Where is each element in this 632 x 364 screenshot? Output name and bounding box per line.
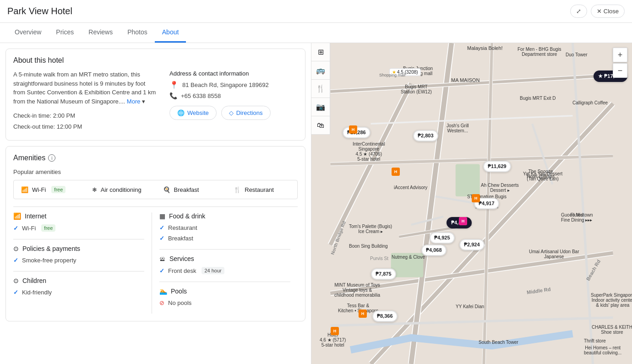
amenity-restaurant: 🍴 Restaurant — [226, 180, 297, 199]
price-marker-4925[interactable]: ₱4,925 — [430, 232, 455, 244]
place-malaysia-boleh: Malaysia Boleh! — [467, 45, 503, 51]
services-section-title: 🛎 Services — [159, 255, 290, 262]
close-button[interactable]: ✕ Close — [591, 5, 625, 18]
amenity-wifi: 📶 Wi-Fi free — [14, 180, 85, 199]
left-panel: About this hotel A 5-minute walk from an… — [0, 43, 311, 364]
map-sidebar: ⊞ 🚌 🍴 📷 🛍 — [311, 43, 330, 135]
popular-amenities-label: Popular amenities — [13, 168, 298, 175]
price-marker-2924[interactable]: ₱2,924 — [459, 239, 485, 250]
contact-phone: +65 6338 8558 — [181, 92, 221, 99]
checkout-value: 12:00 PM — [57, 123, 82, 130]
about-title: About this hotel — [13, 56, 298, 65]
tab-reviews[interactable]: Reviews — [81, 23, 120, 43]
place-iaccent: iAccent Advisory — [394, 185, 427, 190]
check-icon-2: ✓ — [13, 257, 18, 264]
directions-button[interactable]: ◇ Directions — [221, 106, 271, 120]
map-food-icon[interactable]: 🍴 — [311, 80, 330, 98]
svg-rect-1 — [456, 164, 480, 197]
bugis-junction-type: Shopping mall — [379, 73, 405, 77]
hotel-icon-4: H — [331, 327, 339, 335]
hotel-title: Park View Hotel — [7, 6, 72, 16]
tab-overview[interactable]: Overview — [7, 23, 49, 43]
map-camera-icon[interactable]: 📷 — [311, 98, 330, 116]
front-desk-item: ✓ Front desk 24 hour — [159, 267, 290, 274]
checkin-label: Check-in time: — [13, 112, 51, 119]
check-icon-3: ✓ — [13, 289, 18, 296]
price-marker-11629[interactable]: ₱11,629 — [483, 161, 511, 172]
zoom-out-button[interactable]: − — [613, 63, 627, 78]
no-pool-icon: ⊘ — [159, 299, 164, 306]
price-marker-2803[interactable]: ₱2,803 — [413, 130, 438, 141]
policies-section-title: ⊙ Policies & payments — [13, 245, 144, 252]
kid-friendly-item: ✓ Kid-friendly — [13, 289, 144, 296]
contact-address: 81 Beach Rd, Singapore 189692 — [182, 81, 269, 88]
place-tess-bar: Tess Bar &Kitchen • Singapore — [338, 303, 378, 313]
location-icon: 📍 — [169, 81, 179, 89]
amenity-ac: ❄ Air conditioning — [85, 180, 156, 199]
tab-about[interactable]: About — [155, 23, 186, 43]
price-marker-4068[interactable]: ₱4,068 — [421, 244, 447, 256]
map-container[interactable]: ⊞ 🚌 🍴 📷 🛍 Malaysia Boleh! For Men - BHG … — [311, 43, 632, 364]
place-guoco: Guoco Midtown — [561, 212, 593, 217]
place-for-men: For Men - BHG BugisDepartment store — [518, 47, 561, 57]
services-icon: 🛎 — [159, 255, 166, 262]
place-yy-kafei: YY Kafei Dian — [456, 304, 484, 309]
contact-header: Address & contact information — [169, 70, 298, 77]
price-marker-7875[interactable]: ₱7,875 — [371, 268, 396, 280]
no-pools-item: ⊘ No pools — [159, 299, 290, 306]
price-marker-8366[interactable]: ₱8,366 — [372, 310, 398, 322]
more-link[interactable]: More — [127, 98, 141, 105]
place-ah-chew: Ah Chew DessertsDessert ▸ — [481, 183, 519, 193]
internet-section-title: 📶 Internet — [13, 212, 144, 220]
check-icon-5: ✓ — [159, 235, 164, 242]
hotel-icon-2: H — [392, 168, 400, 176]
place-ma-maison: MA MAISON — [451, 77, 479, 83]
tab-photos[interactable]: Photos — [120, 23, 155, 43]
children-icon: ⊙ — [13, 277, 19, 284]
map-panel: ⊞ 🚌 🍴 📷 🛍 Malaysia Boleh! For Men - BHG … — [311, 43, 632, 364]
info-icon[interactable]: i — [48, 154, 55, 162]
amenity-breakfast-label: Breakfast — [174, 186, 199, 193]
place-charles-keith: CHARLES & KEITHShoe store — [592, 325, 632, 335]
map-controls: + − — [613, 48, 627, 78]
hotel-icon-highlighted[interactable]: H — [459, 217, 467, 225]
restaurant-icon: 🍴 — [234, 186, 241, 193]
place-toms-palette: Tom's Palette (Bugis)Ice Cream ▸ — [349, 224, 392, 234]
map-bag-icon[interactable]: 🛍 — [311, 116, 330, 135]
amenities-section: Amenities i Popular amenities 📶 Wi-Fi fr… — [5, 146, 305, 321]
about-section: About this hotel A 5-minute walk from an… — [5, 49, 305, 141]
food-icon: ▦ — [159, 212, 165, 220]
place-snooze: The SnoozeHotel @Bugis — [527, 169, 555, 179]
chevron-down-icon: ▾ — [142, 98, 145, 105]
close-label: Close — [604, 8, 619, 15]
wifi-free-badge: free — [51, 186, 65, 193]
map-transit-icon[interactable]: 🚌 — [311, 61, 330, 80]
wifi-icon: 📶 — [21, 186, 28, 193]
amenity-ac-label: Air conditioning — [101, 186, 142, 193]
place-south-beach: South Beach Tower — [479, 340, 518, 345]
website-button[interactable]: 🌐 Website — [169, 106, 217, 120]
amenity-wifi-label: Wi-Fi — [32, 186, 46, 193]
place-boon-sing: Boon Sing Building — [349, 244, 388, 249]
tab-prices[interactable]: Prices — [49, 23, 81, 43]
check-icon-4: ✓ — [159, 224, 164, 231]
children-section-title: ⊙ Children — [13, 277, 144, 284]
place-hei-homes: Hei Homes – rentbeautiful coliving... — [584, 345, 621, 355]
policies-icon: ⊙ — [13, 245, 19, 252]
amenity-breakfast: 🍳 Breakfast — [156, 180, 227, 199]
zoom-in-button[interactable]: + — [613, 48, 627, 62]
breakfast-icon: 🍳 — [163, 186, 170, 193]
check-icon-6: ✓ — [159, 267, 164, 274]
place-duo-tower: Duo Tower — [566, 52, 588, 57]
map-zoom-icon[interactable]: ⊞ — [311, 43, 330, 61]
phone-icon: 📞 — [169, 92, 177, 99]
place-intercontinental: InterContinentalSingapore4.5 ★ (4706)5-s… — [353, 141, 385, 162]
globe-icon: 🌐 — [177, 109, 185, 116]
wifi-detail-item: ✓ Wi-Fi free — [13, 224, 144, 232]
checkin-value: 2:00 PM — [53, 112, 75, 119]
place-thrift: Thrift store — [584, 338, 606, 343]
expand-button[interactable]: ⤢ — [570, 5, 587, 18]
place-calligraph: Calligraph Coffee — [572, 100, 608, 105]
hotel-icon-5: H — [359, 310, 367, 318]
expand-icon: ⤢ — [576, 8, 581, 15]
